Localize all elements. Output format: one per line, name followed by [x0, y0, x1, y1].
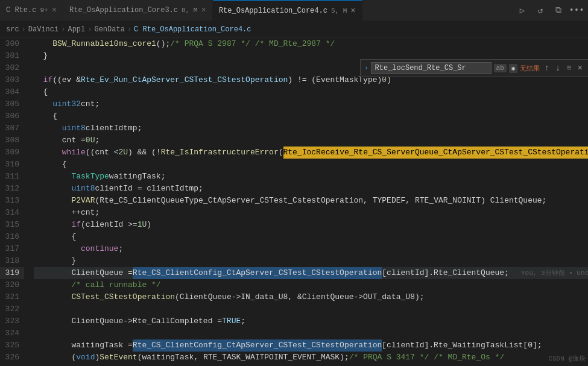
tab-label: Rte_OsApplication_Core4.c	[219, 7, 327, 15]
search-bar: › ab ✱ 无结果 ↑ ↓ ≡ ×	[360, 59, 588, 77]
split-button[interactable]: ⧉	[552, 4, 565, 17]
ln-321: 321	[0, 291, 24, 303]
breadcrumb-src[interactable]: src	[6, 25, 19, 34]
breadcrumb-gendata[interactable]: GenData	[94, 25, 124, 34]
ln-313: 313	[0, 195, 24, 207]
sep4: ›	[127, 25, 131, 34]
ln-302: 302	[0, 62, 24, 74]
code-line-312: uint8 clientId = clientIdtmp;	[34, 183, 588, 195]
code-line-322	[34, 303, 588, 315]
search-regex-tag[interactable]: ✱	[509, 64, 518, 73]
ln-309: 309	[0, 147, 24, 159]
code-line-306: {	[34, 110, 588, 122]
ln-300: 300	[0, 38, 24, 50]
code-line-313: P2VAR(Rte_CS_ClientQueueType_CtApServer_…	[34, 195, 588, 207]
tab-label: Rte_OsApplication_Core3.c	[69, 6, 178, 14]
sep2: ›	[61, 25, 65, 34]
code-line-321: CSTest_CStestOperation(ClientQueue->IN_d…	[34, 291, 588, 303]
code-line-320: /* call runnable */	[34, 279, 588, 291]
ln-303: 303	[0, 74, 24, 86]
tab-actions: ▷ ↺ ⧉ •••	[511, 4, 588, 17]
ln-326: 326	[0, 352, 24, 364]
sep3: ›	[87, 25, 92, 34]
tab-suffix: 8, M	[182, 7, 197, 14]
code-line-314: ++cnt;	[34, 207, 588, 219]
no-result-text: 无结果	[520, 64, 540, 73]
refresh-button[interactable]: ↺	[534, 4, 547, 17]
chevron-right-icon: ›	[364, 65, 368, 72]
sep1: ›	[22, 25, 26, 34]
ln-322: 322	[0, 303, 24, 315]
search-up-button[interactable]: ↑	[542, 63, 551, 73]
ln-311: 311	[0, 171, 24, 183]
ln-315: 315	[0, 219, 24, 231]
ln-318: 318	[0, 255, 24, 267]
ln-306: 306	[0, 110, 24, 122]
code-line-326: (void)SetEvent(waitingTask, RTE_TASK_WAI…	[34, 352, 588, 364]
breadcrumb: src › DaVinci › Appl › GenData › C Rte_O…	[0, 21, 588, 38]
search-down-button[interactable]: ↓	[554, 63, 562, 73]
git-blame-319: You, 3分钟前 • Uncommit	[509, 267, 588, 279]
code-line-305: uint32 cnt;	[34, 98, 588, 110]
ln-301: 301	[0, 50, 24, 62]
code-line-310: {	[34, 159, 588, 171]
code-content[interactable]: BSW_Runnable10ms_core1(); /* PRQA S 2987…	[29, 38, 588, 366]
tab-core3[interactable]: Rte_OsApplication_Core3.c 8, M ×	[63, 0, 213, 21]
tab-label: C Rte.c	[6, 6, 36, 14]
code-line-304: {	[34, 86, 588, 98]
code-line-316: {	[34, 231, 588, 243]
code-line-325: waitingTask = Rte_CS_ClientConfig_CtApSe…	[34, 339, 588, 352]
tab-bar: C Rte.c 9+ × Rte_OsApplication_Core3.c 8…	[0, 0, 588, 21]
code-line-315: if (clientId >= 1U)	[34, 219, 588, 231]
ln-320: 320	[0, 279, 24, 291]
ln-324: 324	[0, 327, 24, 339]
close-icon[interactable]: ×	[52, 6, 57, 14]
breadcrumb-appl[interactable]: Appl	[68, 25, 85, 34]
ln-310: 310	[0, 159, 24, 171]
ln-314: 314	[0, 207, 24, 219]
close-icon[interactable]: ×	[201, 6, 206, 14]
breadcrumb-file[interactable]: C Rte_OsApplication_Core4.c	[134, 25, 251, 34]
editor: 300 301 302 303 304 305 306 307 308 309 …	[0, 38, 588, 366]
ln-323: 323	[0, 315, 24, 327]
watermark: CSDN @逸块	[548, 353, 586, 365]
ln-307: 307	[0, 122, 24, 134]
code-line-324	[34, 327, 588, 339]
run-button[interactable]: ▷	[516, 4, 529, 17]
ln-317: 317	[0, 243, 24, 255]
ln-305: 305	[0, 98, 24, 110]
search-input[interactable]	[371, 62, 492, 74]
breadcrumb-container: src › DaVinci › Appl › GenData › C Rte_O…	[0, 21, 588, 38]
code-line-311: TaskType waitingTask;	[34, 171, 588, 183]
code-line-327: }	[34, 364, 588, 366]
ln-325: 325	[0, 339, 24, 352]
code-line-319: ClientQueue = Rte_CS_ClientConfig_CtApSe…	[34, 267, 588, 279]
search-menu-button[interactable]: ≡	[564, 63, 573, 73]
more-button[interactable]: •••	[570, 4, 583, 17]
search-ab-tag[interactable]: ab	[494, 64, 507, 72]
code-line-300: BSW_Runnable10ms_core1(); /* PRQA S 2987…	[34, 38, 588, 50]
tab-rte-c[interactable]: C Rte.c 9+ ×	[0, 0, 63, 21]
code-line-308: cnt = 0U;	[34, 134, 588, 147]
tab-suffix: 9+	[40, 7, 48, 14]
tab-suffix: 5, M	[331, 7, 347, 14]
line-numbers: 300 301 302 303 304 305 306 307 308 309 …	[0, 38, 29, 366]
code-line-317: continue;	[34, 243, 588, 255]
tab-core4[interactable]: Rte_OsApplication_Core4.c 5, M ×	[213, 0, 362, 21]
ln-316: 316	[0, 231, 24, 243]
breadcrumb-davinci[interactable]: DaVinci	[28, 25, 58, 34]
ln-319: 319	[0, 267, 24, 279]
ln-312: 312	[0, 183, 24, 195]
ln-308: 308	[0, 134, 24, 147]
search-close-button[interactable]: ×	[576, 63, 584, 73]
close-icon[interactable]: ×	[350, 7, 355, 15]
code-line-318: }	[34, 255, 588, 267]
ln-327: 327	[0, 364, 24, 366]
code-line-309: while ((cnt < 2U) && (!Rte_IsInfrastruct…	[34, 147, 588, 159]
code-line-323: ClientQueue->Rte_CallCompleted = TRUE;	[34, 315, 588, 327]
code-line-307: uint8 clientIdtmp;	[34, 122, 588, 134]
ln-304: 304	[0, 86, 24, 98]
